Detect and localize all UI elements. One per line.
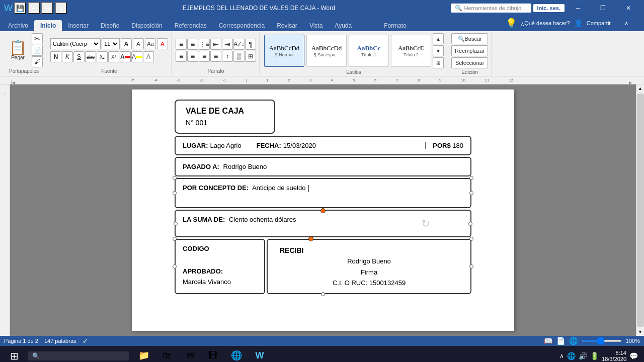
zoom-slider[interactable] (582, 340, 622, 342)
tab-archivo[interactable]: Archivo (2, 20, 34, 31)
style-sin-espacio[interactable]: AaBbCcDd ¶ Sin espa... (306, 35, 347, 67)
redo-btn[interactable]: ↪ (41, 2, 53, 14)
taskbar-search[interactable]: 🔍 (28, 351, 129, 360)
read-mode-icon[interactable]: 📖 (544, 337, 552, 345)
taskbar-mail[interactable]: ✉ (179, 346, 201, 362)
share-btn[interactable]: Compartir (587, 20, 611, 26)
scroll-up-btn[interactable]: ▲ (636, 84, 645, 93)
styles-scroll-up[interactable]: ▲ (433, 33, 444, 44)
tab-revisar[interactable]: Revisar (271, 20, 303, 31)
cut-btn[interactable]: ✂ (32, 33, 43, 44)
italic-btn[interactable]: K (62, 51, 73, 62)
increase-font-btn[interactable]: A (121, 38, 132, 49)
decrease-font-btn[interactable]: A (133, 38, 144, 49)
pagado-row[interactable]: PAGADO A: Rodrigo Bueno (175, 157, 471, 176)
suma-handle-mr[interactable] (468, 222, 472, 226)
reemplazar-btn[interactable]: Reemplazar (451, 45, 488, 56)
clock-area[interactable]: 8:14 18/3/2020 (602, 350, 626, 362)
codigo-aprobado-box[interactable]: CODIGO APROBADO: Marcela Vivanco (175, 239, 265, 294)
taskbar-word[interactable]: W (249, 346, 271, 362)
close-btn[interactable]: ✕ (617, 0, 640, 16)
concepto-row[interactable]: POR CONCEPTO DE: Anticipo de sueldo (175, 178, 471, 208)
font-color-btn[interactable]: A (120, 51, 131, 62)
suma-row[interactable]: LA SUMA DE: Ciento ochenta dólares ↻ (175, 210, 471, 237)
styles-expand[interactable]: ⊞ (433, 57, 444, 68)
increase-indent-btn[interactable]: ⇥ (222, 39, 233, 50)
clear-format-btn[interactable]: A (157, 38, 168, 49)
restore-btn[interactable]: ❐ (592, 0, 615, 16)
print-layout-icon[interactable]: 📄 (556, 337, 565, 345)
split-handle-mr[interactable] (469, 264, 473, 268)
buscar-btn[interactable]: 🔍 Buscar (451, 33, 488, 44)
styles-scroll-down[interactable]: ▼ (433, 45, 444, 56)
taskbar-photos[interactable]: 🎞 (202, 346, 224, 362)
superscript-btn[interactable]: X² (108, 51, 119, 62)
split-handle-bottom[interactable] (321, 292, 325, 296)
seleccionar-btn[interactable]: Seleccionar (451, 57, 488, 68)
handle-mr[interactable] (469, 191, 473, 195)
split-handle-ml[interactable] (173, 264, 177, 268)
split-handle-tl[interactable] (173, 237, 177, 241)
tab-diseño[interactable]: Diseño (95, 20, 125, 31)
strikethrough-btn[interactable]: abc (85, 51, 96, 62)
handle-tr[interactable] (469, 176, 473, 180)
battery-icon[interactable]: 🔋 (590, 352, 599, 360)
copy-btn[interactable]: 📄 (32, 45, 43, 56)
shading-para-btn[interactable]: ▒ (233, 51, 245, 62)
taskbar-store[interactable]: 🛍 (156, 346, 178, 362)
line-spacing-btn[interactable]: ↕ (222, 51, 233, 62)
web-view-icon[interactable]: 🌐 (569, 337, 578, 345)
what-todo-label[interactable]: ¿Qué desea hacer? (521, 20, 570, 26)
highlight-btn[interactable]: A (131, 51, 142, 62)
bold-btn[interactable]: N (50, 51, 61, 62)
border-btn[interactable]: ⊞ (245, 51, 256, 62)
lugar-fecha-row[interactable]: LUGAR: Lago Agrio FECHA: 15/03/2020 POR$… (175, 136, 471, 155)
scroll-thumb[interactable] (637, 94, 644, 327)
align-left-btn[interactable]: ≡ (176, 51, 187, 62)
suma-handle-top[interactable] (320, 208, 326, 213)
ribbon-collapse-btn[interactable]: ∧ (615, 15, 638, 31)
inic-ses-button[interactable]: Inic. ses. (533, 4, 565, 12)
multilevel-btn[interactable]: ⋮≡ (199, 39, 210, 50)
taskbar-file-explorer[interactable]: 📁 (133, 346, 155, 362)
vale-header-box[interactable]: VALE DE CAJA N° 001 (175, 100, 275, 134)
tab-formato[interactable]: Formato (378, 20, 413, 31)
style-normal[interactable]: AaBbCcDd ¶ Normal (264, 35, 304, 67)
notification-icon[interactable]: 💬 (629, 352, 638, 360)
case-btn[interactable]: Aa (145, 38, 156, 49)
tab-correspondencia[interactable]: Correspondencia (213, 20, 271, 31)
decrease-indent-btn[interactable]: ⇤ (210, 39, 221, 50)
tab-vista[interactable]: Vista (303, 20, 329, 31)
split-handle-top[interactable] (308, 236, 313, 241)
font-name-select[interactable]: Calibri (Cuerp (50, 38, 101, 49)
recibi-firma-box[interactable]: RECIBI Rodrigo Bueno Firma C.I. O RUC: 1… (267, 239, 471, 294)
style-titulo1[interactable]: AaBbCc Título 1 (349, 35, 389, 67)
font-size-select[interactable]: 11 (102, 38, 120, 49)
vertical-scrollbar[interactable]: ▲ ▼ (636, 84, 644, 336)
scroll-down-btn[interactable]: ▼ (636, 328, 645, 336)
customize-btn[interactable]: ▾ (55, 2, 67, 14)
minimize-btn[interactable]: ─ (567, 0, 590, 16)
subscript-btn[interactable]: X₂ (97, 51, 108, 62)
format-painter-btn[interactable]: 🖌 (32, 56, 43, 67)
herramientas-search[interactable]: 🔍 Herramientas de dibujo (451, 4, 531, 13)
undo-btn[interactable]: ↩ (28, 2, 40, 14)
save-btn[interactable]: 💾 (14, 2, 26, 14)
shading-btn[interactable]: A (143, 51, 154, 62)
question-icon[interactable]: 💡 (506, 18, 517, 29)
tab-insertar[interactable]: Insertar (62, 20, 95, 31)
paragraph-marks-btn[interactable]: ¶ (245, 39, 256, 50)
spelling-icon[interactable]: ✓ (83, 337, 88, 345)
document-scroll[interactable]: VALE DE CAJA N° 001 LUGAR: Lago Agrio FE… (10, 84, 636, 336)
start-button[interactable]: ⊞ (2, 346, 26, 362)
tab-ayuda[interactable]: Ayuda (329, 20, 358, 31)
numbering-btn[interactable]: ≡ (187, 39, 198, 50)
underline-btn[interactable]: S (73, 51, 85, 62)
bullets-btn[interactable]: ≡ (176, 39, 187, 50)
align-center-btn[interactable]: ≡ (187, 51, 198, 62)
align-right-btn[interactable]: ≡ (199, 51, 210, 62)
paste-button[interactable]: 📋 Pegar (5, 39, 31, 62)
handle-ml[interactable] (173, 191, 177, 195)
tab-disposicion[interactable]: Disposición (125, 20, 168, 31)
handle-tl[interactable] (173, 176, 177, 180)
